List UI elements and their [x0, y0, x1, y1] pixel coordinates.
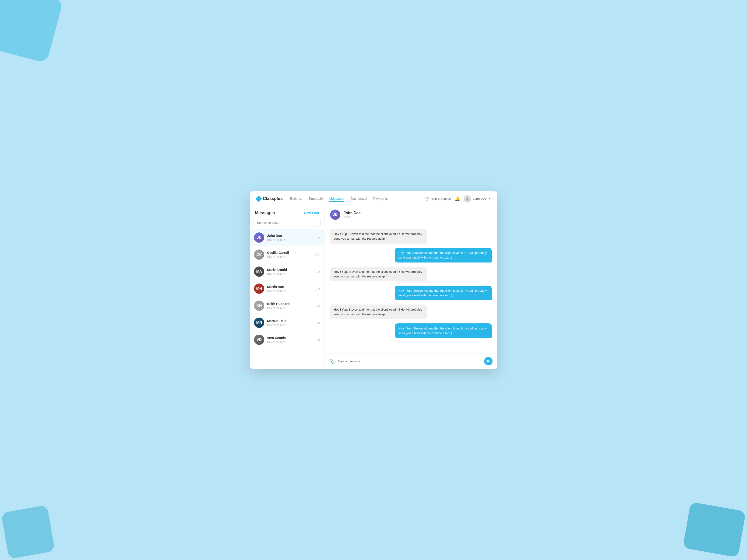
chat-name-7: Vera Dennis: [267, 336, 313, 340]
new-chat-button[interactable]: New Chat: [304, 211, 319, 215]
chat-preview-6: Hey hi hello???: [267, 323, 313, 327]
chat-time-6: 1hr: [316, 321, 320, 324]
sidebar-title: Messages: [255, 211, 275, 215]
sidebar: Messages New Chat JD John Doe Hey hi hel…: [250, 206, 325, 369]
help-label: Help & Support: [431, 197, 451, 201]
message-bubble-4: Hey ! Yup, Steven told me that the clien…: [395, 286, 492, 300]
chat-header-info: John Doe typing: [344, 211, 361, 218]
chat-name-2: Cecilia Carroll: [267, 251, 312, 255]
chat-avatar-6: MR: [254, 318, 264, 328]
search-input[interactable]: [254, 219, 320, 227]
chat-item-2[interactable]: CC Cecilia Carroll Hey hi hello??? 5min: [250, 246, 324, 263]
chat-info-5: Keith Hubbard Hey hi hello???: [267, 302, 313, 310]
message-row-1: Hey ! Yup, Steven told me that the clien…: [330, 229, 492, 244]
chat-time-2: 5min: [314, 253, 320, 256]
chat-preview-7: Hey hi hello???: [267, 341, 313, 344]
message-row-3: Hey ! Yup, Steven told me that the clien…: [330, 267, 492, 282]
help-support[interactable]: ? Help & Support: [425, 197, 451, 201]
logo-text: Classplus: [263, 196, 283, 201]
message-bubble-3: Hey ! Yup, Steven told me that the clien…: [330, 267, 427, 282]
chat-info-2: Cecilia Carroll Hey hi hello???: [267, 251, 312, 259]
chat-name-3: Marie Arnold: [267, 268, 313, 272]
message-bubble-1: Hey ! Yup, Steven told me that the clien…: [330, 229, 427, 244]
chat-avatar-5: KH: [254, 300, 264, 311]
chat-time-4: 1hr: [316, 287, 320, 290]
chat-item-4[interactable]: MH Martin Hart Hey hi hello??? 1hr: [250, 280, 324, 297]
chat-item-3[interactable]: MA Marie Arnold Hey hi hello??? 1hr: [250, 263, 324, 280]
chat-preview-4: Hey hi hello???: [267, 289, 313, 293]
chat-header: JD John Doe typing: [325, 206, 497, 223]
bg-decoration-tl: [0, 0, 63, 63]
chat-preview-1: Hey hi hello???: [267, 238, 313, 241]
message-bubble-6: Hey ! Yup, Steven told me that the clien…: [395, 323, 492, 338]
chat-item-7[interactable]: VD Vera Dennis Hey hi hello??? 1hr: [250, 331, 324, 348]
nav-timetable[interactable]: Timetable: [309, 196, 323, 202]
chat-info-4: Martin Hart Hey hi hello???: [267, 285, 313, 293]
chat-name-5: Keith Hubbard: [267, 302, 313, 306]
chat-avatar-1: JD: [254, 232, 264, 243]
message-bubble-2: Hey ! Yup, Steven told me that the clien…: [395, 248, 492, 263]
messages-area: Hey ! Yup, Steven told me that the clien…: [325, 223, 497, 353]
message-row-4: Hey ! Yup, Steven told me that the clien…: [330, 286, 492, 300]
search-box: [254, 219, 320, 227]
chat-preview-2: Hey hi hello???: [267, 255, 312, 259]
bell-icon[interactable]: 🔔: [455, 196, 460, 202]
message-input-area: 📎: [325, 353, 497, 369]
nav-right: ? Help & Support 🔔 John Doe ▼: [425, 195, 491, 203]
app-window: Classplus Batches Timetable Messages Das…: [250, 191, 497, 369]
message-bubble-5: Hey ! Yup, Steven told me that the clien…: [330, 304, 427, 319]
nav-payments[interactable]: Payments: [373, 196, 388, 202]
chat-name-1: John Doe: [267, 234, 313, 238]
sidebar-header: Messages New Chat: [250, 206, 324, 219]
chat-avatar-3: MA: [254, 266, 264, 277]
top-nav: Classplus Batches Timetable Messages Das…: [250, 191, 497, 206]
nav-messages[interactable]: Messages: [329, 196, 344, 202]
chat-avatar-4: MH: [254, 284, 264, 294]
chat-time-3: 1hr: [316, 270, 320, 273]
chat-item-6[interactable]: MR Marcus Reid Hey hi hello??? 1hr: [250, 314, 324, 331]
attach-icon[interactable]: 📎: [329, 358, 335, 364]
chat-avatar-7: VD: [254, 335, 264, 345]
chat-info-7: Vera Dennis Hey hi hello???: [267, 336, 313, 344]
message-row-6: Hey ! Yup, Steven told me that the clien…: [330, 323, 492, 338]
message-row-5: Hey ! Yup, Steven told me that the clien…: [330, 304, 492, 319]
svg-point-0: [467, 197, 468, 198]
chat-info-6: Marcus Reid Hey hi hello???: [267, 319, 313, 327]
logo-diamond-icon: [255, 195, 262, 202]
user-avatar: [464, 195, 471, 203]
send-button[interactable]: [484, 357, 493, 365]
bg-decoration-bl: [1, 505, 55, 559]
chat-header-avatar: JD: [330, 210, 340, 220]
user-name: John Doe: [473, 197, 486, 201]
logo: Classplus: [256, 196, 283, 201]
main-content: Messages New Chat JD John Doe Hey hi hel…: [250, 206, 497, 369]
help-icon: ?: [425, 197, 429, 201]
active-chat-status: typing: [344, 215, 361, 218]
send-icon: [486, 359, 490, 363]
chat-time-1: 1hr: [316, 236, 320, 239]
chat-list: JD John Doe Hey hi hello??? 1hr CC Cecil…: [250, 229, 324, 369]
active-chat-name: John Doe: [344, 211, 361, 215]
chat-name-6: Marcus Reid: [267, 319, 313, 323]
chat-avatar-2: CC: [254, 249, 264, 260]
nav-dashboard[interactable]: Dashboard: [351, 196, 367, 202]
chevron-down-icon: ▼: [488, 197, 491, 200]
chat-time-5: 1hr: [316, 304, 320, 307]
user-info[interactable]: John Doe ▼: [464, 195, 491, 203]
chat-info-3: Marie Arnold Hey hi hello???: [267, 268, 313, 275]
chat-item-1[interactable]: JD John Doe Hey hi hello??? 1hr: [250, 229, 324, 246]
message-input[interactable]: [338, 359, 481, 363]
chat-preview-3: Hey hi hello???: [267, 272, 313, 275]
nav-links: Batches Timetable Messages Dashboard Pay…: [290, 196, 425, 202]
chat-info-1: John Doe Hey hi hello???: [267, 234, 313, 241]
chat-item-5[interactable]: KH Keith Hubbard Hey hi hello??? 1hr: [250, 297, 324, 314]
chat-area: JD John Doe typing Hey ! Yup, Steven tol…: [325, 206, 497, 369]
nav-batches[interactable]: Batches: [290, 196, 302, 202]
chat-name-4: Martin Hart: [267, 285, 313, 289]
bg-decoration-br: [682, 502, 746, 558]
chat-preview-5: Hey hi hello???: [267, 306, 313, 310]
message-row-2: Hey ! Yup, Steven told me that the clien…: [330, 248, 492, 263]
chat-time-7: 1hr: [316, 338, 320, 341]
